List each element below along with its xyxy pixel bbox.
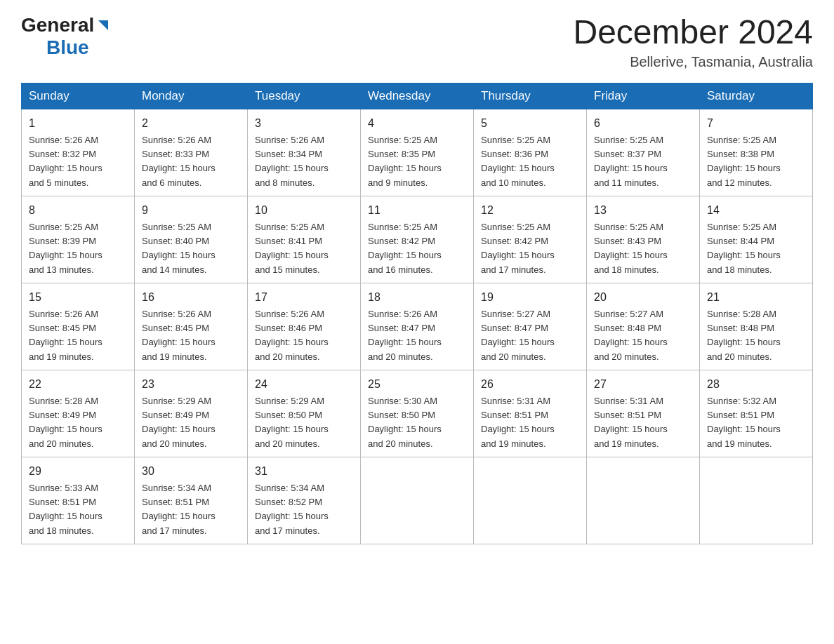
calendar-cell: 5 Sunrise: 5:25 AMSunset: 8:36 PMDayligh… — [474, 109, 587, 196]
calendar-cell: 22 Sunrise: 5:28 AMSunset: 8:49 PMDaylig… — [22, 370, 135, 457]
day-info: Sunrise: 5:25 AMSunset: 8:40 PMDaylight:… — [142, 222, 216, 275]
day-number: 10 — [255, 202, 353, 219]
day-number: 21 — [707, 289, 805, 306]
location-subtitle: Bellerive, Tasmania, Australia — [573, 54, 813, 70]
day-number: 4 — [368, 115, 466, 132]
day-number: 8 — [29, 202, 127, 219]
calendar-cell: 9 Sunrise: 5:25 AMSunset: 8:40 PMDayligh… — [135, 196, 248, 283]
calendar-cell: 25 Sunrise: 5:30 AMSunset: 8:50 PMDaylig… — [361, 370, 474, 457]
day-info: Sunrise: 5:28 AMSunset: 8:48 PMDaylight:… — [707, 309, 781, 362]
day-number: 13 — [594, 202, 692, 219]
col-monday: Monday — [135, 83, 248, 109]
day-info: Sunrise: 5:32 AMSunset: 8:51 PMDaylight:… — [707, 396, 781, 449]
day-number: 30 — [142, 463, 240, 480]
calendar-cell: 8 Sunrise: 5:25 AMSunset: 8:39 PMDayligh… — [22, 196, 135, 283]
calendar-cell: 12 Sunrise: 5:25 AMSunset: 8:42 PMDaylig… — [474, 196, 587, 283]
calendar-cell — [474, 457, 587, 544]
day-number: 1 — [29, 115, 127, 132]
day-number: 22 — [29, 376, 127, 393]
calendar-cell: 3 Sunrise: 5:26 AMSunset: 8:34 PMDayligh… — [248, 109, 361, 196]
day-number: 24 — [255, 376, 353, 393]
day-number: 29 — [29, 463, 127, 480]
day-info: Sunrise: 5:33 AMSunset: 8:51 PMDaylight:… — [29, 483, 102, 536]
day-info: Sunrise: 5:26 AMSunset: 8:32 PMDaylight:… — [29, 135, 102, 188]
day-info: Sunrise: 5:29 AMSunset: 8:50 PMDaylight:… — [255, 396, 329, 449]
month-title: December 2024 — [573, 14, 813, 51]
calendar-cell: 21 Sunrise: 5:28 AMSunset: 8:48 PMDaylig… — [700, 283, 813, 370]
calendar-cell: 16 Sunrise: 5:26 AMSunset: 8:45 PMDaylig… — [135, 283, 248, 370]
day-number: 2 — [142, 115, 240, 132]
day-number: 28 — [707, 376, 805, 393]
calendar-cell: 4 Sunrise: 5:25 AMSunset: 8:35 PMDayligh… — [361, 109, 474, 196]
day-number: 31 — [255, 463, 353, 480]
calendar-week-row: 8 Sunrise: 5:25 AMSunset: 8:39 PMDayligh… — [22, 196, 813, 283]
calendar-cell: 18 Sunrise: 5:26 AMSunset: 8:47 PMDaylig… — [361, 283, 474, 370]
day-info: Sunrise: 5:31 AMSunset: 8:51 PMDaylight:… — [481, 396, 555, 449]
calendar-cell — [587, 457, 700, 544]
calendar-cell: 2 Sunrise: 5:26 AMSunset: 8:33 PMDayligh… — [135, 109, 248, 196]
calendar-week-row: 22 Sunrise: 5:28 AMSunset: 8:49 PMDaylig… — [22, 370, 813, 457]
day-number: 20 — [594, 289, 692, 306]
day-info: Sunrise: 5:28 AMSunset: 8:49 PMDaylight:… — [29, 396, 102, 449]
calendar-cell — [361, 457, 474, 544]
calendar-cell: 10 Sunrise: 5:25 AMSunset: 8:41 PMDaylig… — [248, 196, 361, 283]
day-info: Sunrise: 5:30 AMSunset: 8:50 PMDaylight:… — [368, 396, 442, 449]
logo-blue-text: Blue — [46, 36, 89, 58]
day-number: 26 — [481, 376, 579, 393]
day-info: Sunrise: 5:25 AMSunset: 8:38 PMDaylight:… — [707, 135, 781, 188]
col-wednesday: Wednesday — [361, 83, 474, 109]
day-info: Sunrise: 5:27 AMSunset: 8:47 PMDaylight:… — [481, 309, 555, 362]
col-thursday: Thursday — [474, 83, 587, 109]
col-friday: Friday — [587, 83, 700, 109]
day-number: 7 — [707, 115, 805, 132]
calendar-cell: 6 Sunrise: 5:25 AMSunset: 8:37 PMDayligh… — [587, 109, 700, 196]
page-header: General Blue December 2024 Bellerive, Ta… — [21, 14, 813, 70]
day-info: Sunrise: 5:25 AMSunset: 8:42 PMDaylight:… — [368, 222, 442, 275]
day-info: Sunrise: 5:26 AMSunset: 8:45 PMDaylight:… — [142, 309, 216, 362]
day-info: Sunrise: 5:26 AMSunset: 8:45 PMDaylight:… — [29, 309, 102, 362]
day-info: Sunrise: 5:25 AMSunset: 8:39 PMDaylight:… — [29, 222, 102, 275]
calendar-cell: 31 Sunrise: 5:34 AMSunset: 8:52 PMDaylig… — [248, 457, 361, 544]
day-number: 19 — [481, 289, 579, 306]
calendar-header-row: Sunday Monday Tuesday Wednesday Thursday… — [22, 83, 813, 109]
day-number: 14 — [707, 202, 805, 219]
calendar-cell: 15 Sunrise: 5:26 AMSunset: 8:45 PMDaylig… — [22, 283, 135, 370]
day-number: 11 — [368, 202, 466, 219]
logo: General Blue — [21, 14, 111, 59]
day-info: Sunrise: 5:29 AMSunset: 8:49 PMDaylight:… — [142, 396, 216, 449]
day-info: Sunrise: 5:25 AMSunset: 8:42 PMDaylight:… — [481, 222, 555, 275]
calendar-cell: 29 Sunrise: 5:33 AMSunset: 8:51 PMDaylig… — [22, 457, 135, 544]
calendar-week-row: 29 Sunrise: 5:33 AMSunset: 8:51 PMDaylig… — [22, 457, 813, 544]
calendar-cell — [700, 457, 813, 544]
calendar-table: Sunday Monday Tuesday Wednesday Thursday… — [21, 83, 813, 544]
title-block: December 2024 Bellerive, Tasmania, Austr… — [573, 14, 813, 70]
calendar-cell: 7 Sunrise: 5:25 AMSunset: 8:38 PMDayligh… — [700, 109, 813, 196]
day-info: Sunrise: 5:26 AMSunset: 8:46 PMDaylight:… — [255, 309, 329, 362]
svg-marker-0 — [98, 20, 108, 30]
calendar-week-row: 1 Sunrise: 5:26 AMSunset: 8:32 PMDayligh… — [22, 109, 813, 196]
calendar-cell: 1 Sunrise: 5:26 AMSunset: 8:32 PMDayligh… — [22, 109, 135, 196]
calendar-cell: 30 Sunrise: 5:34 AMSunset: 8:51 PMDaylig… — [135, 457, 248, 544]
day-info: Sunrise: 5:31 AMSunset: 8:51 PMDaylight:… — [594, 396, 668, 449]
day-number: 27 — [594, 376, 692, 393]
calendar-cell: 23 Sunrise: 5:29 AMSunset: 8:49 PMDaylig… — [135, 370, 248, 457]
day-number: 18 — [368, 289, 466, 306]
day-info: Sunrise: 5:25 AMSunset: 8:41 PMDaylight:… — [255, 222, 329, 275]
day-number: 23 — [142, 376, 240, 393]
day-info: Sunrise: 5:25 AMSunset: 8:36 PMDaylight:… — [481, 135, 555, 188]
calendar-cell: 14 Sunrise: 5:25 AMSunset: 8:44 PMDaylig… — [700, 196, 813, 283]
col-sunday: Sunday — [22, 83, 135, 109]
calendar-cell: 11 Sunrise: 5:25 AMSunset: 8:42 PMDaylig… — [361, 196, 474, 283]
col-saturday: Saturday — [700, 83, 813, 109]
day-number: 17 — [255, 289, 353, 306]
col-tuesday: Tuesday — [248, 83, 361, 109]
day-number: 3 — [255, 115, 353, 132]
calendar-week-row: 15 Sunrise: 5:26 AMSunset: 8:45 PMDaylig… — [22, 283, 813, 370]
day-info: Sunrise: 5:26 AMSunset: 8:34 PMDaylight:… — [255, 135, 329, 188]
day-number: 16 — [142, 289, 240, 306]
logo-general-text: General — [21, 14, 94, 36]
day-info: Sunrise: 5:25 AMSunset: 8:37 PMDaylight:… — [594, 135, 668, 188]
logo-arrow-icon — [95, 18, 111, 33]
day-info: Sunrise: 5:26 AMSunset: 8:47 PMDaylight:… — [368, 309, 442, 362]
calendar-cell: 17 Sunrise: 5:26 AMSunset: 8:46 PMDaylig… — [248, 283, 361, 370]
